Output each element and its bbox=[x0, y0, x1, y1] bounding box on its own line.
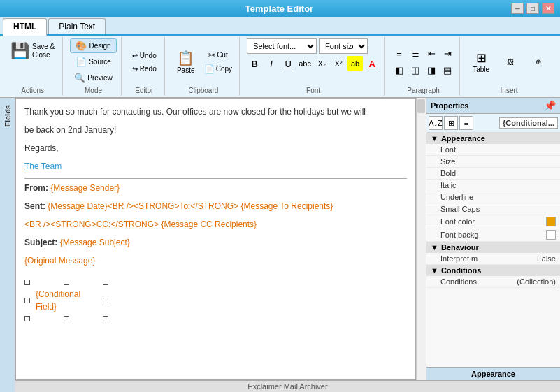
paste-button[interactable]: 📋 Paste bbox=[172, 38, 200, 85]
strikethrough-button[interactable]: abc bbox=[297, 56, 313, 71]
ribbon-group-clipboard: 📋 Paste ✂ Cut 📄 Copy Clipboard bbox=[168, 37, 240, 96]
underline-button[interactable]: U bbox=[280, 56, 296, 71]
close-button[interactable]: ✕ bbox=[542, 3, 554, 14]
source-icon: 📄 bbox=[76, 57, 87, 67]
handle-top-right[interactable] bbox=[103, 280, 108, 285]
email-team: The Team bbox=[24, 160, 407, 173]
email-original: {Original Message} bbox=[24, 254, 407, 267]
prop-group-button[interactable]: ⊞ bbox=[444, 116, 458, 130]
email-cc: <BR /><STRONG>CC:</STRONG> {Message CC R… bbox=[24, 218, 407, 231]
font-color-button[interactable]: A bbox=[364, 56, 380, 71]
editor-label: Editor bbox=[135, 87, 153, 94]
prop-row-font[interactable]: Font bbox=[426, 144, 560, 156]
redo-icon: ↪ bbox=[132, 65, 138, 73]
prop-row-smallcaps[interactable]: Small Caps bbox=[426, 203, 560, 215]
paragraph-label: Paragraph bbox=[407, 87, 440, 94]
save-close-button[interactable]: 💾 Save &Close bbox=[7, 38, 58, 64]
editor-area[interactable]: Thank you so much for contacting us. Our… bbox=[15, 98, 416, 380]
prop-fontbg-value bbox=[546, 230, 556, 240]
conditional-field-block[interactable]: {Conditional Field} bbox=[24, 280, 108, 321]
prop-row-bold[interactable]: Bold bbox=[426, 168, 560, 180]
properties-pin-icon[interactable]: 📌 bbox=[544, 100, 556, 111]
list-unordered-button[interactable]: ≡ bbox=[392, 46, 407, 61]
copy-button[interactable]: 📄 Copy bbox=[201, 63, 235, 75]
font-size-select[interactable]: Font size... bbox=[319, 38, 368, 54]
redo-button[interactable]: ↪ Redo bbox=[129, 63, 160, 75]
prop-row-underline[interactable]: Underline bbox=[426, 191, 560, 203]
prop-conditions-value: (Collection) bbox=[517, 277, 556, 286]
appearance-arrow: ▼ bbox=[431, 134, 438, 143]
align-center-button[interactable]: ◫ bbox=[408, 63, 423, 78]
maximize-button[interactable]: □ bbox=[526, 3, 539, 14]
source-label: Source bbox=[89, 58, 111, 66]
handle-mid-right[interactable] bbox=[103, 298, 108, 303]
cut-icon: ✂ bbox=[208, 50, 215, 60]
prop-row-conditions[interactable]: Conditions (Collection) bbox=[426, 276, 560, 288]
handle-mid-left[interactable] bbox=[24, 298, 30, 303]
tab-html[interactable]: HTML bbox=[3, 18, 47, 36]
italic-button[interactable]: I bbox=[264, 56, 279, 71]
indent-increase-button[interactable]: ⇥ bbox=[440, 46, 455, 61]
prop-fontbg-name: Font backg bbox=[440, 231, 546, 239]
mode-label: Mode bbox=[85, 87, 102, 94]
align-justify-button[interactable]: ▤ bbox=[440, 63, 455, 78]
ribbon: 💾 Save &Close Actions 🎨 Design 📄 Source … bbox=[0, 36, 560, 98]
prop-row-fontbg[interactable]: Font backg bbox=[426, 228, 560, 242]
indent-decrease-button[interactable]: ⇤ bbox=[424, 46, 439, 61]
email-body: Thank you so much for contacting us. Our… bbox=[24, 106, 407, 267]
design-mode-button[interactable]: 🎨 Design bbox=[70, 38, 117, 53]
prop-section-appearance[interactable]: ▼ Appearance bbox=[426, 133, 560, 144]
preview-icon: 🔍 bbox=[74, 73, 85, 83]
insert-image-button[interactable]: 🖼 bbox=[498, 56, 523, 68]
align-right-button[interactable]: ◨ bbox=[424, 63, 439, 78]
font-select[interactable]: Select font... bbox=[247, 38, 317, 54]
prop-section-behaviour[interactable]: ▼ Behaviour bbox=[426, 242, 560, 253]
insert-extra-button[interactable]: ⊕ bbox=[526, 56, 551, 68]
undo-icon: ↩ bbox=[132, 52, 138, 59]
prop-row-italic[interactable]: Italic bbox=[426, 180, 560, 191]
editor-scrollbar[interactable] bbox=[416, 98, 426, 380]
email-subject: Subject: {Message Subject} bbox=[24, 236, 407, 249]
prop-row-interpret[interactable]: Interpret m False bbox=[426, 253, 560, 265]
table-button[interactable]: ⊞ Table bbox=[467, 48, 495, 76]
list-ordered-button[interactable]: ≣ bbox=[408, 46, 423, 61]
superscript-button[interactable]: X² bbox=[331, 56, 346, 71]
prop-row-size[interactable]: Size bbox=[426, 156, 560, 168]
handle-bottom-left[interactable] bbox=[24, 316, 30, 321]
handle-bottom-center[interactable] bbox=[64, 316, 69, 321]
ribbon-group-editor: ↩ Undo ↪ Redo Editor bbox=[124, 37, 165, 96]
cut-button[interactable]: ✂ Cut bbox=[201, 49, 235, 61]
highlight-button[interactable]: ab bbox=[347, 56, 363, 71]
handle-top-left[interactable] bbox=[24, 280, 30, 285]
design-label: Design bbox=[89, 42, 110, 50]
prop-interpret-name: Interpret m bbox=[440, 254, 537, 263]
prop-properties-button[interactable]: ≡ bbox=[459, 116, 473, 130]
properties-title: Properties bbox=[431, 101, 468, 110]
ribbon-group-actions: 💾 Save &Close Actions bbox=[3, 37, 63, 96]
font-color-swatch[interactable] bbox=[546, 217, 556, 226]
align-left-button[interactable]: ◧ bbox=[392, 63, 407, 78]
conditions-arrow: ▼ bbox=[431, 266, 438, 275]
prop-italic-name: Italic bbox=[440, 181, 556, 189]
font-bg-swatch[interactable] bbox=[546, 230, 556, 240]
prop-row-fontcolor[interactable]: Font color bbox=[426, 215, 560, 228]
preview-mode-button[interactable]: 🔍 Preview bbox=[70, 71, 117, 85]
bold-button[interactable]: B bbox=[247, 56, 262, 71]
cc-value: <BR /><STRONG>CC:</STRONG> {Message CC R… bbox=[24, 219, 257, 229]
properties-header: Properties 📌 bbox=[426, 98, 560, 114]
minimize-button[interactable]: ─ bbox=[511, 3, 524, 14]
source-mode-button[interactable]: 📄 Source bbox=[70, 55, 117, 69]
bottom-properties-label: Appearance bbox=[426, 367, 560, 380]
prop-sort-az-button[interactable]: A↓Z bbox=[429, 116, 443, 130]
undo-button[interactable]: ↩ Undo bbox=[129, 50, 160, 61]
handle-bottom-right[interactable] bbox=[103, 316, 108, 321]
email-line1: Thank you so much for contacting us. Our… bbox=[24, 106, 407, 118]
prop-smallcaps-name: Small Caps bbox=[440, 205, 556, 213]
tab-plaintext[interactable]: Plain Text bbox=[48, 18, 106, 34]
handle-top-center[interactable] bbox=[64, 280, 69, 285]
prop-size-name: Size bbox=[440, 157, 556, 166]
subscript-button[interactable]: X₂ bbox=[314, 56, 329, 71]
ribbon-group-mode: 🎨 Design 📄 Source 🔍 Preview Mode bbox=[66, 37, 122, 96]
fields-sidebar: Fields bbox=[0, 98, 15, 392]
prop-section-conditions[interactable]: ▼ Conditions bbox=[426, 265, 560, 276]
